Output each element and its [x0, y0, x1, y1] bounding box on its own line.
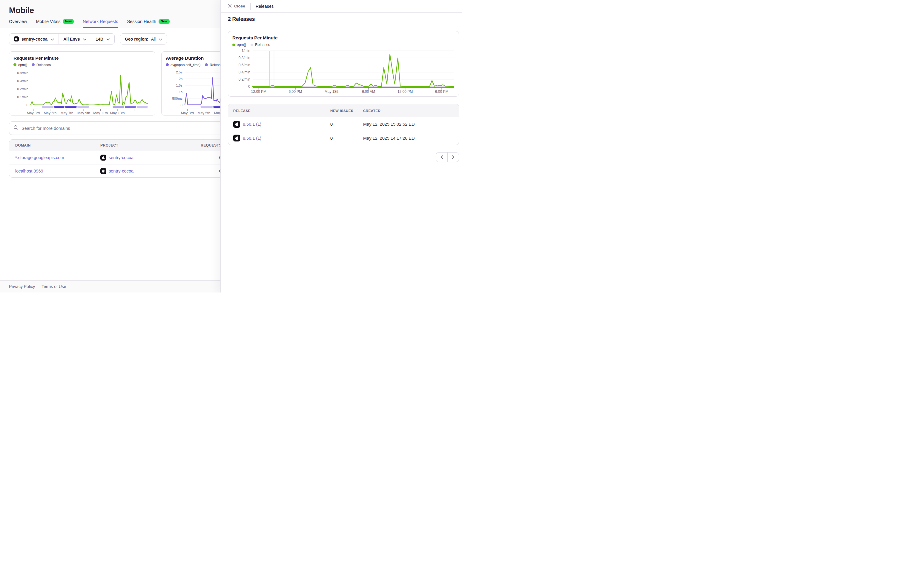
- apple-icon: [101, 168, 106, 174]
- panel-header: Close Releases: [221, 0, 462, 13]
- svg-text:May 13th: May 13th: [325, 89, 339, 94]
- geo-filter-group: Geo region: All: [120, 33, 167, 44]
- terms-of-use-link[interactable]: Terms of Use: [41, 284, 66, 289]
- privacy-policy-link[interactable]: Privacy Policy: [9, 284, 35, 289]
- legend-item-avg-span-self-time[interactable]: avg(span.self_time): [166, 63, 200, 67]
- svg-text:0.6/min: 0.6/min: [239, 63, 250, 67]
- legend-dot: [233, 44, 235, 46]
- svg-text:0.4/min: 0.4/min: [17, 71, 28, 75]
- project-link[interactable]: sentry-cocoa: [109, 155, 134, 160]
- legend-dot: [31, 63, 35, 66]
- svg-text:May 5th: May 5th: [44, 111, 56, 115]
- svg-text:500ms: 500ms: [172, 97, 183, 100]
- domain-link[interactable]: localhost:8969: [15, 169, 43, 173]
- apple-icon: [233, 135, 240, 142]
- tab-mobile-vitals[interactable]: Mobile Vitals New: [36, 19, 74, 28]
- apple-icon: [101, 155, 106, 161]
- chevron-right-icon: [452, 155, 455, 159]
- legend-item-epm[interactable]: epm(): [13, 63, 27, 67]
- svg-text:May 5th: May 5th: [197, 111, 210, 115]
- chevron-down-icon: [51, 37, 54, 41]
- column-header-new-issues[interactable]: NEW ISSUES: [330, 109, 363, 112]
- search-icon: [13, 125, 18, 131]
- legend-dot: [251, 44, 253, 46]
- legend-item-releases[interactable]: Releases: [31, 63, 51, 67]
- release-link[interactable]: 8.50.1 (1): [243, 122, 261, 127]
- project-filter[interactable]: sentry-cocoa: [9, 34, 59, 44]
- legend-dot: [205, 63, 208, 66]
- legend-dot: [13, 63, 16, 66]
- domain-link[interactable]: *.storage.googleapis.com: [15, 155, 64, 160]
- new-badge: New: [158, 19, 170, 24]
- tab-bar: Overview Mobile Vitals New Network Reque…: [9, 19, 170, 28]
- geo-region-filter[interactable]: Geo region: All: [120, 34, 167, 44]
- chevron-down-icon: [107, 37, 110, 41]
- new-badge: New: [63, 19, 74, 24]
- panel-requests-per-minute-chart[interactable]: 00.2/min0.4/min0.6/min0.8/min1/min12:00 …: [233, 48, 455, 95]
- panel-requests-per-minute-card: Requests Per Minute epm() Releases 00.2/…: [228, 31, 459, 97]
- svg-text:1.5s: 1.5s: [176, 84, 183, 87]
- releases-table-header: RELEASE NEW ISSUES CREATED: [228, 104, 459, 117]
- legend-item-releases-disabled[interactable]: Releases: [251, 43, 270, 47]
- divider: [250, 3, 251, 10]
- column-header-domain[interactable]: DOMAIN: [9, 143, 101, 147]
- releases-table: RELEASE NEW ISSUES CREATED 8.50.1 (1) 0 …: [228, 104, 459, 145]
- chevron-down-icon: [159, 37, 162, 41]
- svg-text:0.2/min: 0.2/min: [17, 87, 28, 91]
- page-filter-group: sentry-cocoa All Envs 14D: [9, 33, 115, 44]
- svg-text:May 3rd: May 3rd: [27, 111, 40, 115]
- svg-text:May 7th: May 7th: [61, 111, 73, 115]
- column-header-release[interactable]: RELEASE: [233, 109, 330, 112]
- column-header-project[interactable]: PROJECT: [101, 143, 201, 147]
- legend-item-epm[interactable]: epm(): [233, 43, 246, 47]
- close-button[interactable]: Close: [228, 4, 245, 9]
- created-timestamp: May 12, 2025 15:02:52 EDT: [363, 122, 454, 127]
- svg-text:12:00 PM: 12:00 PM: [251, 89, 266, 94]
- svg-text:1s: 1s: [179, 90, 183, 94]
- svg-text:May 11th: May 11th: [93, 111, 107, 115]
- new-issues-count: 0: [330, 122, 363, 127]
- apple-icon: [14, 36, 19, 41]
- chart-legend: epm() Releases: [233, 43, 455, 47]
- svg-text:0.1/min: 0.1/min: [17, 95, 28, 99]
- panel-heading-row: 2 Releases: [221, 13, 462, 26]
- svg-text:12:00 PM: 12:00 PM: [398, 89, 413, 94]
- svg-text:0.2/min: 0.2/min: [239, 77, 250, 81]
- releases-panel: Close Releases 2 Releases Requests Per M…: [220, 0, 462, 292]
- table-row: 8.50.1 (1) 0 May 12, 2025 14:17:28 EDT: [228, 131, 459, 145]
- new-issues-count: 0: [330, 136, 363, 140]
- svg-text:0.4/min: 0.4/min: [239, 70, 250, 74]
- releases-count-heading: 2 Releases: [228, 16, 255, 22]
- pagination: [221, 152, 459, 162]
- close-icon: [228, 4, 232, 9]
- tab-network-requests[interactable]: Network Requests: [83, 19, 118, 28]
- requests-per-minute-chart[interactable]: 00.1/min0.2/min0.3/min0.4/minMay 3rdMay …: [13, 67, 152, 116]
- release-link[interactable]: 8.50.1 (1): [243, 136, 261, 140]
- svg-text:2s: 2s: [179, 77, 183, 81]
- previous-page-button[interactable]: [436, 153, 447, 162]
- column-header-created[interactable]: CREATED: [363, 109, 454, 112]
- chevron-down-icon: [83, 37, 86, 41]
- svg-text:0: 0: [248, 84, 250, 89]
- svg-text:6:00 AM: 6:00 AM: [362, 89, 375, 94]
- date-range-filter[interactable]: 14D: [91, 34, 114, 44]
- apple-icon: [233, 121, 240, 128]
- project-link[interactable]: sentry-cocoa: [109, 169, 134, 173]
- svg-text:6:00 PM: 6:00 PM: [435, 89, 449, 94]
- environment-filter[interactable]: All Envs: [59, 34, 91, 44]
- svg-text:0.8/min: 0.8/min: [239, 56, 250, 60]
- requests-per-minute-card: Requests Per Minute epm() Releases 00.1/…: [9, 51, 155, 115]
- mobile-insights-page: Mobile Overview Mobile Vitals New Networ…: [0, 0, 462, 292]
- panel-title: Releases: [256, 4, 274, 9]
- svg-text:0.3/min: 0.3/min: [17, 79, 28, 83]
- chart-legend: epm() Releases: [13, 63, 151, 67]
- created-timestamp: May 12, 2025 14:17:28 EDT: [363, 136, 454, 140]
- legend-dot: [166, 63, 169, 66]
- page-title: Mobile: [9, 6, 34, 15]
- svg-text:6:00 PM: 6:00 PM: [289, 89, 302, 94]
- tab-session-health[interactable]: Session Health New: [127, 19, 169, 28]
- svg-text:0: 0: [26, 103, 28, 107]
- next-page-button[interactable]: [447, 153, 459, 162]
- tab-overview[interactable]: Overview: [9, 19, 27, 28]
- svg-text:May 9th: May 9th: [78, 111, 90, 115]
